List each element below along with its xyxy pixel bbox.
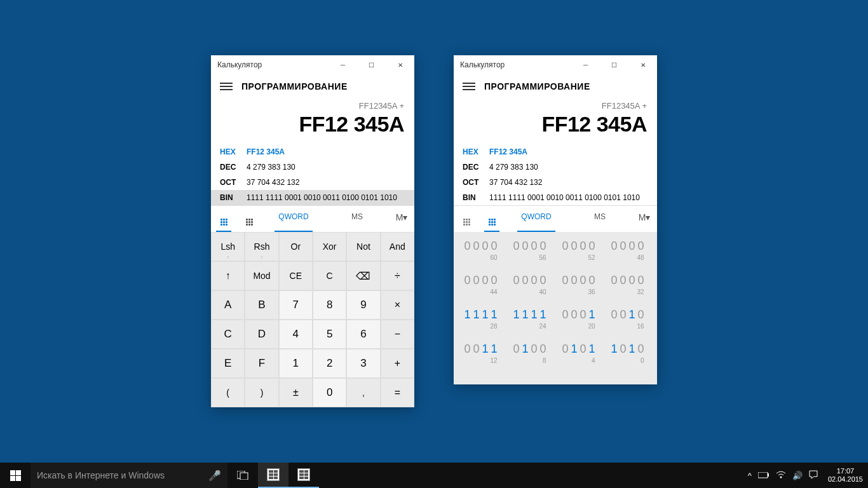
key-subtract[interactable]: − <box>381 320 414 349</box>
key-8[interactable]: 8 <box>313 290 346 320</box>
key-c-hex[interactable]: C <box>211 320 245 349</box>
base-bin[interactable]: BIN1111 1111 0001 0010 0011 0100 0101 10… <box>211 190 414 205</box>
bit-toggle[interactable]: 1 <box>540 308 549 321</box>
key-xor[interactable]: Xor <box>313 232 346 261</box>
bit-toggle[interactable]: 1 <box>513 308 522 321</box>
maximize-button[interactable]: ☐ <box>600 55 628 74</box>
key-multiply[interactable]: × <box>381 290 414 320</box>
bit-toggle[interactable]: 0 <box>473 342 482 355</box>
bit-toggle[interactable]: 0 <box>571 308 580 321</box>
microphone-icon[interactable]: 🎤 <box>208 470 221 482</box>
titlebar[interactable]: Калькулятор ─ ☐ ✕ <box>454 55 657 74</box>
bit-toggle[interactable]: 0 <box>611 240 620 252</box>
bit-toggle[interactable]: 0 <box>562 274 571 287</box>
base-dec[interactable]: DEC4 279 383 130 <box>211 159 414 175</box>
tab-mr[interactable]: M▾ <box>632 206 657 232</box>
key-and[interactable]: And <box>381 232 414 261</box>
bit-toggle[interactable]: 0 <box>562 240 571 252</box>
key-comma[interactable]: , <box>346 378 380 407</box>
base-bin[interactable]: BIN1111 1111 0001 0010 0011 0100 0101 10… <box>454 190 657 205</box>
key-1[interactable]: 1 <box>279 349 313 378</box>
key-plusminus[interactable]: ± <box>279 378 313 407</box>
bit-group[interactable]: 000044 <box>464 274 499 295</box>
task-view-button[interactable] <box>227 463 258 488</box>
bit-toggle[interactable]: 1 <box>629 342 638 355</box>
bit-toggle[interactable]: 0 <box>522 240 531 252</box>
bit-group[interactable]: 111128 <box>464 308 499 330</box>
bit-toggle[interactable]: 0 <box>620 342 628 355</box>
key-or[interactable]: Or <box>279 232 313 261</box>
tab-bits[interactable] <box>479 206 505 232</box>
tab-keypad[interactable] <box>454 206 479 232</box>
bit-toggle[interactable]: 0 <box>464 240 473 252</box>
key-backspace[interactable]: ⌫ <box>346 261 380 290</box>
wifi-icon[interactable] <box>776 471 786 480</box>
maximize-button[interactable]: ☐ <box>357 55 386 74</box>
bit-toggle[interactable]: 1 <box>473 308 482 321</box>
bit-toggle[interactable]: 0 <box>580 342 589 355</box>
bit-toggle[interactable]: 0 <box>611 274 620 287</box>
bit-toggle[interactable]: 0 <box>638 342 647 355</box>
bit-toggle[interactable]: 0 <box>638 240 647 252</box>
bit-toggle[interactable]: 0 <box>589 240 598 252</box>
bit-toggle[interactable]: 1 <box>491 342 500 355</box>
base-oct[interactable]: OCT37 704 432 132 <box>454 175 657 190</box>
bit-toggle[interactable]: 0 <box>562 342 571 355</box>
base-dec[interactable]: DEC4 279 383 130 <box>454 159 657 175</box>
key-a[interactable]: A <box>211 290 245 320</box>
base-hex[interactable]: HEXFF12 345A <box>454 144 657 159</box>
bit-toggle[interactable]: 0 <box>491 240 500 252</box>
bit-toggle[interactable]: 1 <box>482 308 491 321</box>
tab-qword[interactable]: QWORD <box>262 206 325 232</box>
key-not[interactable]: Not <box>346 232 380 261</box>
key-4[interactable]: 4 <box>279 320 313 349</box>
bit-toggle[interactable]: 0 <box>540 240 549 252</box>
bit-toggle[interactable]: 1 <box>464 308 473 321</box>
bit-toggle[interactable]: 0 <box>571 240 580 252</box>
menu-icon[interactable] <box>220 81 233 92</box>
key-mod[interactable]: Mod <box>245 261 278 290</box>
bit-toggle[interactable]: 0 <box>629 240 638 252</box>
key-ce[interactable]: CE <box>279 261 313 290</box>
titlebar[interactable]: Калькулятор ─ ☐ ✕ <box>211 55 414 74</box>
key-f[interactable]: F <box>245 349 278 378</box>
key-b[interactable]: B <box>245 290 278 320</box>
bit-toggle[interactable]: 1 <box>589 342 598 355</box>
bit-toggle[interactable]: 0 <box>580 308 589 321</box>
bit-toggle[interactable]: 0 <box>482 274 491 287</box>
key-add[interactable]: + <box>381 349 414 378</box>
bit-toggle[interactable]: 1 <box>571 342 580 355</box>
base-oct[interactable]: OCT37 704 432 132 <box>211 175 414 190</box>
key-d[interactable]: D <box>245 320 278 349</box>
bit-toggle[interactable]: 0 <box>464 274 473 287</box>
action-center-icon[interactable] <box>809 470 818 481</box>
key-5[interactable]: 5 <box>313 320 346 349</box>
bit-toggle[interactable]: 0 <box>638 308 647 321</box>
bit-toggle[interactable]: 1 <box>522 342 531 355</box>
key-6[interactable]: 6 <box>346 320 380 349</box>
bit-group[interactable]: 001016 <box>611 308 646 330</box>
bit-toggle[interactable]: 1 <box>522 308 531 321</box>
bit-toggle[interactable]: 1 <box>482 342 491 355</box>
bit-toggle[interactable]: 0 <box>611 308 620 321</box>
bit-toggle[interactable]: 0 <box>464 342 473 355</box>
bit-group[interactable]: 000040 <box>513 274 548 295</box>
key-7[interactable]: 7 <box>279 290 313 320</box>
bit-toggle[interactable]: 0 <box>562 308 571 321</box>
tab-ms[interactable]: MS <box>568 206 632 232</box>
bit-group[interactable]: 01008 <box>513 342 548 364</box>
bit-toggle[interactable]: 1 <box>589 308 598 321</box>
key-lparen[interactable]: ( <box>211 378 245 407</box>
tab-mr[interactable]: M▾ <box>389 206 414 232</box>
key-e[interactable]: E <box>211 349 245 378</box>
tab-bits[interactable] <box>236 206 262 232</box>
taskbar-app-calculator-1[interactable] <box>258 463 288 488</box>
taskbar-app-calculator-2[interactable] <box>288 463 319 488</box>
bit-toggle[interactable]: 1 <box>531 308 540 321</box>
tray-overflow-icon[interactable]: ^ <box>748 471 752 480</box>
bit-group[interactable]: 000048 <box>611 240 646 261</box>
close-button[interactable]: ✕ <box>628 55 657 74</box>
minimize-button[interactable]: ─ <box>571 55 600 74</box>
bit-toggle[interactable]: 0 <box>491 274 500 287</box>
bit-toggle[interactable]: 0 <box>589 274 598 287</box>
